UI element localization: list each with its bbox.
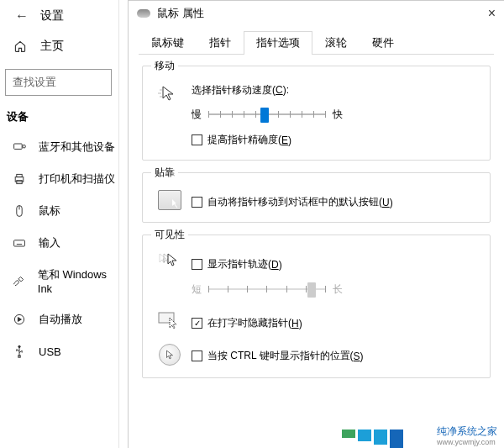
- nav-item-bluetooth[interactable]: 蓝牙和其他设备: [0, 131, 118, 163]
- tab-hardware[interactable]: 硬件: [360, 31, 407, 54]
- section-title: 设备: [0, 96, 118, 131]
- search-placeholder: 查找设置: [13, 76, 56, 88]
- printer-icon: [12, 171, 27, 187]
- tab-separator: [139, 54, 494, 55]
- group-visibility-label: 可见性: [151, 228, 188, 242]
- mouse-properties-dialog: 鼠标 属性 × 鼠标键 指针 指针选项 滚轮 硬件 移动 选择指针移动速度(C)…: [128, 0, 504, 448]
- nav-item-mouse[interactable]: 鼠标: [0, 195, 118, 227]
- nav-home-label: 主页: [40, 39, 64, 54]
- tab-wheel[interactable]: 滚轮: [312, 31, 360, 54]
- ctrl-locate-checkbox[interactable]: 当按 CTRL 键时显示指针的位置(S): [192, 349, 364, 363]
- keyboard-icon: [12, 235, 27, 250]
- nav-item-usb[interactable]: USB: [0, 335, 118, 367]
- nav-item-typing[interactable]: 输入: [0, 227, 118, 259]
- slow-label: 慢: [192, 108, 202, 122]
- pointer-speed-slider-row: 慢 快: [192, 106, 478, 123]
- svg-rect-1: [23, 145, 25, 148]
- hide-pointer-typing-checkbox[interactable]: ✓ 在打字时隐藏指针(H): [192, 316, 302, 330]
- nav-item-autoplay[interactable]: 自动播放: [0, 303, 118, 335]
- watermark-text: 纯净系统之家 www.ycwmjy.com: [437, 424, 497, 446]
- nav-label: 鼠标: [39, 203, 60, 219]
- tab-buttons[interactable]: 鼠标键: [139, 31, 197, 54]
- bluetooth-icon: [12, 140, 27, 155]
- home-icon: [13, 40, 27, 53]
- ctrl-locate-icon: [159, 344, 181, 366]
- close-icon[interactable]: ×: [488, 6, 496, 21]
- nav-label: 自动播放: [39, 312, 82, 327]
- mouse-icon: [12, 203, 27, 219]
- group-visibility: 可见性 显示指针轨迹(D) 短: [142, 235, 491, 378]
- fast-label: 快: [333, 108, 343, 122]
- nav-item-pen[interactable]: 笔和 Windows Ink: [0, 259, 118, 303]
- pen-icon: [12, 274, 26, 289]
- nav-label: USB: [39, 345, 61, 358]
- short-label: 短: [192, 282, 202, 297]
- long-label: 长: [333, 282, 343, 297]
- snap-to-icon: [158, 190, 181, 210]
- dialog-tabs: 鼠标键 指针 指针选项 滚轮 硬件: [129, 26, 504, 54]
- pointer-speed-label: 选择指针移动速度(C):: [192, 83, 478, 98]
- dialog-title: 鼠标 属性: [157, 6, 204, 21]
- svg-rect-0: [14, 144, 23, 149]
- svg-rect-7: [14, 240, 25, 246]
- cursor-speed-icon: [158, 83, 181, 106]
- pointer-trails-icon: [157, 252, 182, 273]
- enhance-precision-checkbox[interactable]: 提高指针精确度(E): [192, 133, 291, 147]
- pointer-speed-slider[interactable]: [208, 106, 326, 123]
- tab-pointers[interactable]: 指针: [197, 31, 244, 54]
- pointer-trails-checkbox[interactable]: 显示指针轨迹(D): [192, 257, 282, 271]
- tab-pointer-options[interactable]: 指针选项: [244, 31, 312, 54]
- search-input[interactable]: 查找设置: [5, 69, 112, 96]
- nav-label: 打印机和扫描仪: [39, 171, 115, 187]
- hide-pointer-typing-icon: [158, 311, 181, 332]
- nav-label: 输入: [39, 235, 60, 250]
- watermark: 纯净系统之家 www.ycwmjy.com: [0, 430, 504, 448]
- group-snap: 贴靠 自动将指针移动到对话框中的默认按钮(U): [142, 172, 491, 223]
- nav-item-printers[interactable]: 打印机和扫描仪: [0, 163, 118, 195]
- settings-title: 设置: [40, 8, 64, 24]
- snap-to-checkbox[interactable]: 自动将指针移动到对话框中的默认按钮(U): [192, 195, 393, 209]
- mouse-titlebar-icon: [137, 9, 150, 18]
- group-motion-label: 移动: [151, 59, 178, 73]
- trail-length-slider-row: 短 长: [192, 281, 478, 298]
- group-snap-label: 贴靠: [151, 166, 178, 180]
- settings-sidebar: ← 设置 主页 查找设置 设备 蓝牙和其他设备 打印机和扫描仪 鼠标 输入 笔和…: [0, 0, 119, 448]
- nav-home[interactable]: 主页: [0, 32, 118, 61]
- trail-length-slider: [208, 281, 326, 298]
- nav-label: 蓝牙和其他设备: [39, 140, 115, 155]
- dialog-titlebar: 鼠标 属性 ×: [129, 1, 504, 26]
- back-icon[interactable]: ←: [15, 8, 29, 24]
- svg-point-15: [18, 345, 20, 347]
- svg-rect-3: [17, 174, 22, 177]
- watermark-logo: [342, 430, 403, 448]
- nav-label: 笔和 Windows Ink: [38, 267, 118, 295]
- usb-icon: [12, 344, 27, 359]
- group-motion: 移动 选择指针移动速度(C): 慢 快: [142, 66, 491, 161]
- autoplay-icon: [12, 312, 27, 327]
- settings-header: ← 设置: [0, 0, 118, 32]
